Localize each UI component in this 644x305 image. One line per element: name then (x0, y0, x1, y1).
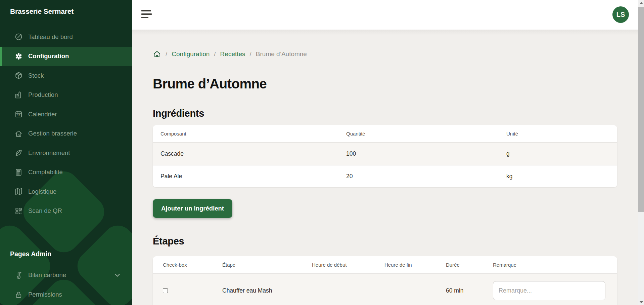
sidebar-item-production[interactable]: Production (0, 85, 132, 105)
chevron-down-icon (113, 271, 122, 279)
sidebar: Brasserie Sermaret Tableau de bord (0, 0, 132, 305)
column-header-heure-debut: Heure de début (312, 262, 384, 268)
column-header-heure-fin: Heure de fin (384, 262, 446, 268)
factory-icon (14, 90, 23, 99)
ingredients-table-header: Composant Quantité Unité (153, 125, 617, 143)
main-content: / Configuration / Recettes / Brume d’Aut… (132, 30, 638, 305)
gauge-icon (14, 33, 23, 41)
arrow-down-icon (640, 301, 643, 303)
sidebar-item-environnement[interactable]: Environnement (0, 143, 132, 163)
sidebar-item-label: Scan de QR (28, 207, 62, 215)
sidebar-item-gestion-brasserie[interactable]: Gestion brasserie (0, 124, 132, 144)
ingredient-quantity: 20 (346, 173, 506, 180)
sidebar-item-label: Configuration (28, 52, 69, 60)
sidebar-item-calendrier[interactable]: 12 Calendrier (0, 105, 132, 124)
breadcrumb-link-configuration[interactable]: Configuration (172, 50, 210, 58)
breadcrumb-separator: / (214, 50, 216, 58)
sidebar-item-label: Calendrier (28, 111, 57, 118)
sidebar-item-bilan-carbone[interactable]: Bilan carbone (0, 265, 132, 285)
avatar[interactable]: LS (612, 6, 629, 23)
ingredients-table: Composant Quantité Unité Cascade 100 g P… (153, 125, 617, 187)
sidebar-item-label: Bilan carbone (28, 271, 66, 279)
column-header-etape: Étape (222, 262, 312, 268)
column-header-quantite: Quantité (346, 131, 506, 137)
column-header-checkbox: Check-box (163, 262, 222, 268)
lock-icon (14, 290, 23, 299)
step-duration: 60 min (446, 281, 493, 300)
calendar-icon: 12 (14, 110, 23, 119)
step-name: Chauffer eau Mash (222, 281, 312, 300)
sidebar-nav: Tableau de bord Configuration (0, 27, 132, 221)
app-root: Brasserie Sermaret Tableau de bord (0, 0, 644, 305)
topbar: LS (132, 0, 638, 30)
sidebar-item-label: Logistique (28, 188, 56, 195)
sidebar-item-configuration[interactable]: Configuration (0, 47, 132, 66)
step-checkbox[interactable] (163, 288, 168, 293)
sidebar-item-scan-de-qr[interactable]: Scan de QR (0, 201, 132, 221)
sidebar-item-label: Tableau de bord (28, 33, 73, 41)
column-header-unite: Unité (506, 131, 609, 137)
remark-input[interactable] (493, 281, 605, 300)
sidebar-item-label: Comptabilité (28, 168, 63, 176)
sidebar-item-permissions[interactable]: Permissions (0, 285, 132, 304)
sidebar-item-stock[interactable]: Stock (0, 66, 132, 85)
sidebar-item-label: Production (28, 91, 58, 99)
thermometer-icon (14, 271, 23, 279)
add-ingredient-button[interactable]: Ajouter un ingrédient (153, 199, 232, 218)
gear-icon (14, 52, 23, 61)
sidebar-item-comptabilite[interactable]: Comptabilité (0, 163, 132, 182)
step-start-time (312, 281, 384, 300)
ingredient-name: Pale Ale (160, 173, 346, 180)
leaf-icon (14, 149, 23, 157)
sidebar-item-tableau-de-bord[interactable]: Tableau de bord (0, 27, 132, 47)
scrollbar-thumb[interactable] (638, 7, 644, 212)
breadcrumb-link-recettes[interactable]: Recettes (220, 50, 245, 58)
calculator-icon (14, 168, 23, 177)
breadcrumb-separator: / (166, 50, 167, 58)
app-title: Brasserie Sermaret (10, 7, 74, 15)
menu-toggle-button[interactable] (141, 10, 152, 19)
table-row: Pale Ale 20 kg (153, 165, 617, 187)
ingredient-unit: g (506, 150, 609, 157)
column-header-remarque: Remarque (493, 262, 608, 268)
sidebar-item-label: Gestion brasserie (28, 130, 77, 137)
ingredients-heading: Ingrédients (153, 108, 204, 119)
ingredient-quantity: 100 (346, 150, 506, 157)
scroll-down-button[interactable] (638, 299, 644, 305)
breadcrumb-home-icon[interactable] (153, 50, 161, 58)
scrollbar[interactable] (638, 0, 644, 305)
steps-table: Check-box Étape Heure de début Heure de … (153, 256, 617, 305)
qr-icon (14, 206, 23, 215)
sidebar-item-logistique[interactable]: Logistique (0, 182, 132, 201)
ingredient-unit: kg (506, 173, 609, 180)
step-end-time (384, 281, 446, 300)
table-row: Chauffer eau Mash 60 min (153, 274, 617, 305)
map-icon (14, 187, 23, 196)
breadcrumb-current: Brume d’Automne (256, 50, 307, 58)
page-title: Brume d’Automne (153, 76, 267, 91)
arrow-up-icon (640, 2, 643, 4)
sidebar-item-label: Environnement (28, 149, 70, 157)
table-row: Cascade 100 g (153, 143, 617, 165)
home-icon (14, 129, 23, 138)
ingredient-name: Cascade (160, 150, 346, 157)
scroll-up-button[interactable] (638, 0, 644, 6)
column-header-duree: Durée (446, 262, 493, 268)
sidebar-item-label: Stock (28, 72, 44, 79)
calendar-icon-number: 12 (17, 114, 20, 117)
box-icon (14, 71, 23, 80)
column-header-composant: Composant (160, 131, 346, 137)
breadcrumb-separator: / (250, 50, 251, 58)
steps-table-header: Check-box Étape Heure de début Heure de … (153, 256, 617, 274)
sidebar-item-label: Permissions (28, 291, 62, 298)
sidebar-admin-nav: Bilan carbone Permissions (0, 265, 132, 304)
steps-heading: Étapes (153, 236, 184, 247)
sidebar-section-pages-admin: Pages Admin (10, 250, 51, 258)
breadcrumb: / Configuration / Recettes / Brume d’Aut… (153, 50, 307, 58)
